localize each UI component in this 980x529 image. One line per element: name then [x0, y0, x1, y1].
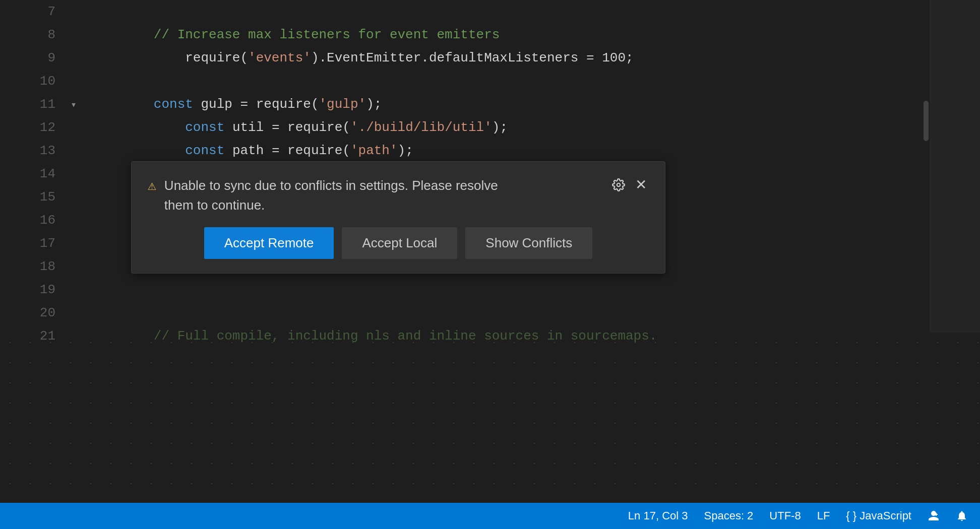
notification-popup: ⚠ Unable to sync due to conflicts in set… — [131, 161, 665, 274]
minimap — [930, 0, 980, 333]
status-line-ending[interactable]: LF — [817, 509, 830, 522]
editor-area: 7 8 // Increase max listeners for event … — [0, 0, 980, 529]
dot-grid — [0, 333, 980, 503]
bell-icon — [956, 510, 968, 522]
notification-message-line2: them to continue. — [164, 197, 265, 213]
line-number-20: 20 — [0, 305, 71, 320]
notification-header: ⚠ Unable to sync due to conflicts in set… — [148, 176, 649, 215]
line-number-11: 11 — [0, 97, 71, 112]
svg-point-0 — [617, 183, 621, 187]
line-number-10: 10 — [0, 74, 71, 89]
line-number-17: 17 — [0, 236, 71, 251]
line-number-13: 13 — [0, 143, 71, 158]
close-button[interactable]: ✕ — [633, 176, 649, 194]
gear-icon — [612, 178, 625, 191]
notification-text: Unable to sync due to conflicts in setti… — [164, 176, 649, 215]
scrollbar[interactable] — [923, 0, 930, 333]
status-encoding[interactable]: UTF-8 — [769, 509, 801, 522]
scrollbar-thumb[interactable] — [924, 101, 929, 141]
status-language[interactable]: { } JavaScript — [846, 509, 911, 522]
show-conflicts-button[interactable]: Show Conflicts — [465, 227, 592, 259]
line-number-19: 19 — [0, 282, 71, 297]
chevron-11[interactable]: ▾ — [71, 98, 86, 111]
line-number-12: 12 — [0, 120, 71, 135]
accept-local-button[interactable]: Accept Local — [342, 227, 457, 259]
line-number-18: 18 — [0, 259, 71, 274]
status-spaces[interactable]: Spaces: 2 — [704, 509, 754, 522]
settings-button[interactable] — [610, 176, 627, 193]
close-icon: ✕ — [635, 178, 647, 192]
notification-top-actions: ✕ — [610, 176, 649, 194]
status-bell[interactable] — [956, 510, 968, 522]
line-number-8: 8 — [0, 27, 71, 42]
line-number-7: 7 — [0, 4, 71, 19]
person-icon — [928, 510, 940, 522]
line-number-16: 16 — [0, 213, 71, 228]
warning-icon: ⚠ — [148, 177, 156, 194]
code-line-19: 19 — [0, 278, 980, 301]
status-position[interactable]: Ln 17, Col 3 — [628, 509, 688, 522]
line-number-14: 14 — [0, 166, 71, 181]
line-number-15: 15 — [0, 189, 71, 205]
notification-buttons: Accept Remote Accept Local Show Conflict… — [148, 227, 649, 259]
status-bar: Ln 17, Col 3 Spaces: 2 UTF-8 LF { } Java… — [0, 503, 980, 529]
notification-message-line1: Unable to sync due to conflicts in setti… — [164, 178, 498, 193]
accept-remote-button[interactable]: Accept Remote — [204, 227, 334, 259]
line-number-9: 9 — [0, 50, 71, 65]
code-line-9: 9 require('events').EventEmitter.default… — [0, 46, 980, 70]
status-sync[interactable] — [928, 510, 940, 522]
